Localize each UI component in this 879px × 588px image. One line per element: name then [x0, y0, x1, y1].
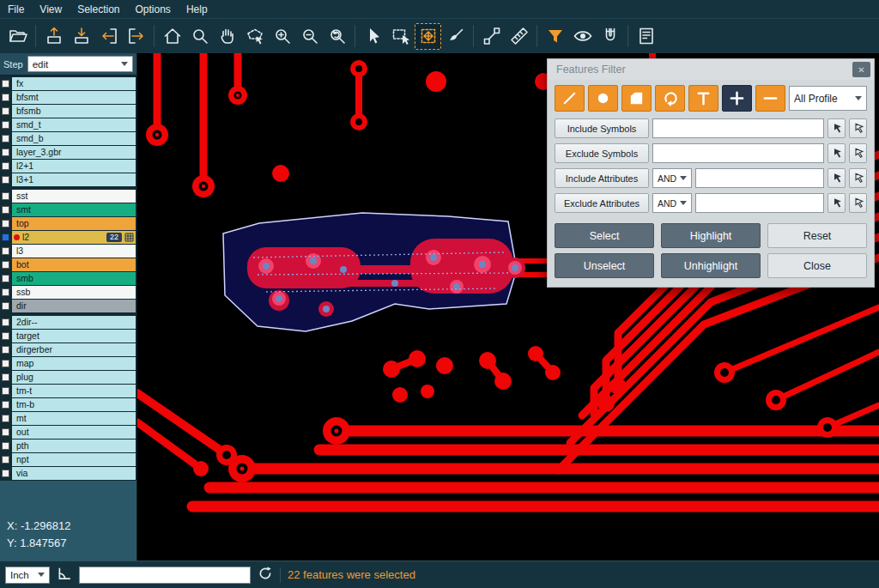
units-select[interactable]: Inch [5, 567, 50, 584]
pan-hand-button[interactable] [214, 23, 240, 50]
layer-row[interactable]: tm-t [0, 385, 136, 397]
unhighlight-button[interactable]: Unhighlight [661, 253, 761, 278]
send-right-button[interactable] [123, 23, 149, 50]
profile-select[interactable]: All Profile [789, 86, 867, 111]
layer-visibility-checkbox[interactable] [2, 318, 9, 326]
filter-remove-button[interactable] [755, 85, 785, 112]
layer-row[interactable]: smd_t [0, 118, 136, 131]
close-button[interactable]: Close [767, 253, 867, 278]
layer-row[interactable]: dirgerber [0, 343, 136, 356]
dialog-titlebar[interactable]: Features Filter ✕ [548, 59, 874, 80]
layer-visibility-checkbox[interactable] [2, 261, 9, 269]
layer-visibility-checkbox[interactable] [2, 206, 9, 214]
layer-row[interactable]: l2+1 [0, 160, 136, 173]
pcb-canvas[interactable]: Features Filter ✕ All Profile Include Sy… [137, 53, 879, 561]
layer-row[interactable]: bot [0, 258, 136, 271]
layer-visibility-checkbox[interactable] [2, 470, 9, 477]
include-attributes-input[interactable] [695, 168, 824, 188]
layer-row[interactable]: l3+1 [0, 173, 136, 186]
zoom-window-button[interactable] [186, 23, 213, 50]
exclude-symbols-input[interactable] [652, 143, 824, 163]
layer-visibility-checkbox[interactable] [2, 387, 9, 395]
layer-visibility-checkbox[interactable] [2, 135, 9, 142]
feature-form-button[interactable] [633, 23, 659, 50]
refresh-icon[interactable] [258, 566, 273, 585]
filter-surface-button[interactable] [621, 85, 652, 112]
command-input[interactable] [79, 567, 251, 584]
layer-row[interactable]: tm-b [0, 398, 136, 411]
layer-visibility-checkbox[interactable] [2, 456, 9, 464]
layer-row[interactable]: bfsmb [0, 105, 136, 118]
layer-row[interactable]: npt [0, 453, 136, 466]
menu-options[interactable]: Options [128, 0, 179, 18]
layer-row[interactable]: layer_3.gbr [0, 146, 136, 159]
layer-visibility-checkbox[interactable] [2, 442, 9, 450]
menu-selection[interactable]: Selection [70, 0, 127, 18]
visibility-eye-button[interactable] [569, 23, 596, 50]
exclude-symbols-button[interactable]: Exclude Symbols [555, 143, 649, 163]
paint-features-button[interactable] [442, 23, 469, 50]
filter-text-button[interactable] [688, 85, 718, 112]
move-selection-button[interactable] [415, 23, 441, 50]
layer-visibility-checkbox[interactable] [2, 149, 9, 156]
layer-visibility-checkbox[interactable] [2, 121, 9, 129]
layer-visibility-checkbox[interactable] [2, 220, 9, 227]
measure-line-button[interactable] [478, 23, 505, 50]
zoom-reset-button[interactable] [324, 23, 350, 50]
snap-magnet-button[interactable] [597, 23, 623, 50]
layer-row[interactable]: smd_b [0, 132, 136, 145]
export-up-button[interactable] [40, 23, 67, 50]
layer-row[interactable]: sst [0, 190, 136, 203]
layer-visibility-checkbox[interactable] [2, 288, 9, 296]
exclude-attributes-logic-select[interactable]: AND [652, 193, 692, 213]
layer-row[interactable]: bfsmt [0, 91, 136, 104]
filter-line-button[interactable] [555, 85, 585, 112]
lasso-select-button[interactable] [241, 23, 268, 50]
layer-visibility-checkbox[interactable] [2, 401, 9, 409]
layer-row[interactable]: pth [0, 439, 136, 452]
exclude-attributes-input[interactable] [695, 193, 824, 213]
layer-visibility-checkbox[interactable] [2, 247, 9, 255]
layer-visibility-checkbox[interactable] [2, 373, 9, 381]
layer-visibility-checkbox[interactable] [2, 360, 9, 367]
include-attributes-logic-select[interactable]: AND [652, 168, 692, 188]
layer-row[interactable]: via [0, 467, 136, 480]
open-folder-button[interactable] [4, 23, 31, 50]
home-view-button[interactable] [159, 23, 185, 50]
layer-row[interactable]: l3 [0, 245, 136, 258]
include-attributes-button[interactable]: Include Attributes [555, 168, 649, 188]
layer-visibility-checkbox[interactable] [2, 428, 9, 436]
filter-arc-button[interactable] [655, 85, 685, 112]
layer-visibility-checkbox[interactable] [2, 332, 9, 340]
reset-button[interactable]: Reset [767, 223, 867, 248]
pick-attribute-icon[interactable] [827, 168, 846, 188]
layer-visibility-checkbox[interactable] [2, 80, 9, 88]
layer-row[interactable]: fx [0, 77, 136, 90]
layer-row[interactable]: plug [0, 371, 136, 384]
pick-symbol-icon[interactable] [827, 118, 846, 138]
layer-row[interactable]: top [0, 217, 136, 230]
highlight-button[interactable]: Highlight [661, 223, 761, 248]
layer-visibility-checkbox[interactable] [2, 107, 9, 115]
layer-row[interactable]: mt [0, 412, 136, 425]
import-down-button[interactable] [68, 23, 94, 50]
include-symbols-button[interactable]: Include Symbols [555, 118, 649, 138]
features-filter-button[interactable] [542, 23, 568, 50]
layer-visibility-checkbox[interactable] [2, 346, 9, 354]
pick-attribute-outline-icon[interactable] [849, 193, 867, 213]
layer-visibility-checkbox[interactable] [2, 233, 9, 241]
layer-row-selected[interactable]: l2 22 [0, 231, 136, 244]
pick-attribute-icon[interactable] [827, 193, 846, 213]
unselect-button[interactable]: Unselect [555, 253, 654, 278]
layer-row[interactable]: dir [0, 300, 136, 312]
layer-visibility-checkbox[interactable] [2, 162, 9, 170]
pick-symbol-icon[interactable] [827, 143, 846, 163]
step-select[interactable]: edit [27, 56, 133, 72]
filter-add-button[interactable] [722, 85, 752, 112]
pick-symbol-outline-icon[interactable] [849, 143, 867, 163]
filter-pad-button[interactable] [588, 85, 618, 112]
layer-visibility-checkbox[interactable] [2, 302, 9, 310]
zoom-out-button[interactable] [296, 23, 323, 50]
send-left-button[interactable] [95, 23, 122, 50]
layer-visibility-checkbox[interactable] [2, 192, 9, 200]
